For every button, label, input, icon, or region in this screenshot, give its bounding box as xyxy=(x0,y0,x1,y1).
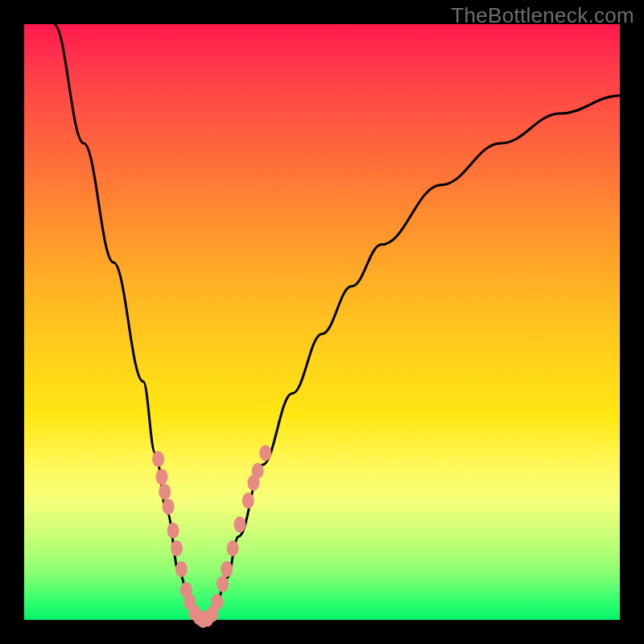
data-marker xyxy=(217,576,229,592)
data-marker xyxy=(259,445,271,461)
data-marker xyxy=(167,522,180,539)
data-marker xyxy=(233,517,246,533)
data-marker xyxy=(242,493,254,509)
curve-svg xyxy=(24,24,620,620)
data-marker xyxy=(155,469,167,485)
data-marker xyxy=(211,594,223,610)
data-marker xyxy=(221,561,233,577)
data-marker xyxy=(252,463,264,479)
bottleneck-curve-path xyxy=(54,24,620,620)
data-marker xyxy=(175,561,188,577)
marker-group xyxy=(152,445,271,628)
data-marker xyxy=(227,540,239,556)
chart-frame: TheBottleneck.com xyxy=(0,0,644,644)
data-marker xyxy=(159,484,171,500)
data-marker xyxy=(152,451,164,467)
plot-area xyxy=(24,24,620,620)
data-marker xyxy=(163,498,175,514)
data-marker xyxy=(171,540,183,556)
